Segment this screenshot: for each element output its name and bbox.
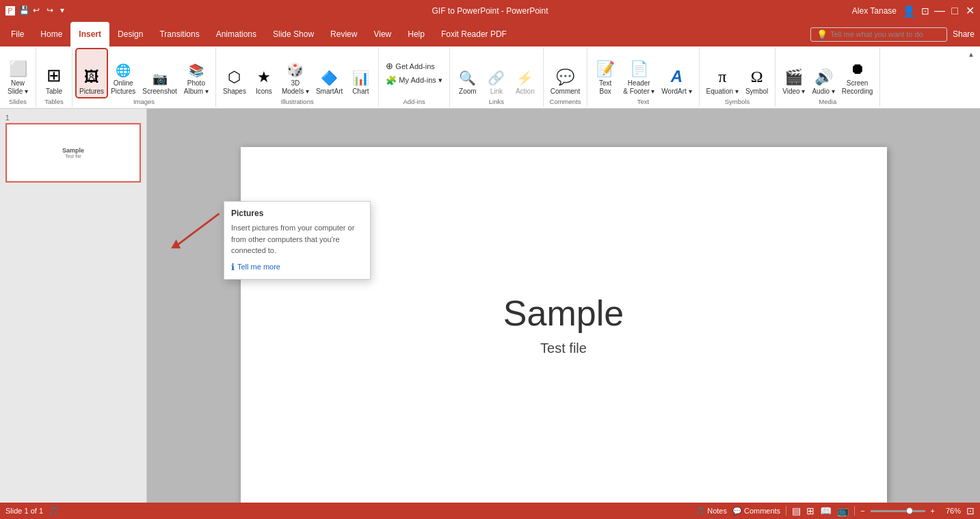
shapes-label: Shapes [223,88,246,96]
screen-recording-icon: ⏺ [850,60,865,78]
ribbon-display-icon[interactable]: ⊡ [921,5,929,16]
tables-group-label: Tables [44,98,63,105]
my-addins-button[interactable]: 🧩 My Add-ins ▾ [383,75,445,86]
smartart-button[interactable]: 🔷 SmartArt [313,49,345,97]
tab-animations[interactable]: Animations [208,22,265,46]
link-button[interactable]: 🔗 Link [483,49,510,97]
view-normal-btn[interactable]: ▤ [792,505,801,516]
zoom-in-btn[interactable]: + [931,507,935,515]
fit-slide-btn[interactable]: ⊡ [966,505,975,516]
tab-view[interactable]: View [365,22,399,46]
new-slide-button[interactable]: ⬜ NewSlide ▾ [4,49,31,97]
action-button[interactable]: ⚡ Action [512,49,539,97]
close-button[interactable]: ✕ [965,6,975,16]
search-lightbulb-icon: 💡 [817,29,827,40]
title-bar: 🅿 💾 ↩ ↪ ▾ GIF to PowerPoint - PowerPoint… [0,0,980,22]
shapes-button[interactable]: ⬡ Shapes [220,49,249,97]
comment-icon: 💬 [556,68,574,86]
group-text: 📝 TextBox 📄 Header& Footer ▾ A WordArt ▾… [587,48,699,107]
tab-help[interactable]: Help [399,22,433,46]
zoom-out-btn[interactable]: − [860,507,864,515]
share-button[interactable]: Share [953,29,975,39]
audio-button[interactable]: 🔊 Audio ▾ [809,49,837,97]
collapse-ribbon-button[interactable]: ▲ [965,49,977,59]
zoom-slider[interactable] [871,510,925,512]
images-group-label: Images [133,98,155,105]
tab-review[interactable]: Review [322,22,365,46]
online-pictures-button[interactable]: 🌐 OnlinePictures [108,49,138,97]
search-placeholder: Tell me what you want to do [830,30,923,38]
comment-button[interactable]: 💬 Comment [548,49,583,97]
group-slides: ⬜ NewSlide ▾ Slides [0,48,36,107]
tab-transitions[interactable]: Transitions [151,22,207,46]
symbol-button[interactable]: Ω Symbol [743,49,771,97]
icons-button[interactable]: ★ Icons [250,49,278,97]
customize-qat-icon[interactable]: ▾ [60,5,71,16]
get-addins-icon: ⊕ [386,61,393,71]
screen-recording-button[interactable]: ⏺ ScreenRecording [839,49,876,97]
header-footer-button[interactable]: 📄 Header& Footer ▾ [620,49,657,97]
tab-design[interactable]: Design [109,22,151,46]
save-icon[interactable]: 💾 [19,5,30,16]
svg-marker-1 [171,239,181,248]
chart-button[interactable]: 📊 Chart [347,49,374,97]
3d-models-label: 3DModels ▾ [282,79,309,96]
slide-count: Slide 1 of 1 [5,507,43,515]
text-box-button[interactable]: 📝 TextBox [592,49,619,97]
screenshot-button[interactable]: 📷 Screenshot [140,49,180,97]
link-label: Link [490,88,503,96]
audio-label: Audio ▾ [812,88,834,96]
tell-me-more-link[interactable]: ℹ Tell me more [231,262,363,272]
search-bar[interactable]: 💡 Tell me what you want to do [810,27,947,42]
zoom-button[interactable]: 🔍 Zoom [454,49,481,97]
table-icon: ⊞ [47,65,62,86]
3d-models-button[interactable]: 🎲 3DModels ▾ [279,49,312,97]
photo-album-button[interactable]: 📚 PhotoAlbum ▾ [181,49,211,97]
link-icon: 🔗 [488,70,505,86]
tooltip-link-text: Tell me more [237,263,280,271]
view-grid-btn[interactable]: ⊞ [806,505,815,516]
action-label: Action [516,88,535,96]
tab-foxit[interactable]: Foxit Reader PDF [433,22,515,46]
redo-icon[interactable]: ↪ [47,5,57,16]
wordart-button[interactable]: A WordArt ▾ [659,49,694,97]
symbol-label: Symbol [745,88,768,96]
undo-icon[interactable]: ↩ [33,5,44,16]
photo-album-icon: 📚 [189,63,204,78]
tooltip-description: Insert pictures from your computer or fr… [231,222,363,256]
equation-button[interactable]: π Equation ▾ [704,49,741,97]
smartart-label: SmartArt [316,88,343,96]
smartart-icon: 🔷 [321,70,338,86]
tab-insert[interactable]: Insert [70,22,109,46]
profile-icon[interactable]: 👤 [902,5,916,18]
tab-slideshow[interactable]: Slide Show [265,22,322,46]
minimize-button[interactable]: — [935,6,944,16]
comments-button[interactable]: 💬 Comments [732,507,780,516]
slide-thumbnail[interactable]: Sample Test file [5,123,141,183]
zoom-level[interactable]: 76% [940,507,961,515]
view-reading-btn[interactable]: 📖 [820,505,832,516]
zoom-slider-thumb[interactable] [906,507,913,514]
status-bar: Slide 1 of 1 🎵 🎵 Notes 💬 Comments ▤ ⊞ 📖 … [0,503,980,519]
main-area: 1 Sample Test file Pictures Insert pictu… [0,109,980,519]
pictures-label: Pictures [79,88,104,96]
group-symbols: π Equation ▾ Ω Symbol Symbols [700,48,776,107]
video-button[interactable]: 🎬 Video ▾ [780,49,808,97]
maximize-button[interactable]: □ [950,6,959,16]
pictures-button[interactable]: 🖼 Pictures [77,49,107,97]
tab-home[interactable]: Home [32,22,70,46]
online-pictures-label: OnlinePictures [111,79,135,96]
table-button[interactable]: ⊞ Table [40,49,68,97]
text-box-label: TextBox [599,79,611,96]
notes-button[interactable]: 🎵 Notes [696,507,727,516]
my-addins-label: My Add-ins ▾ [399,76,442,85]
tab-file[interactable]: File [3,22,32,46]
view-presenter-btn[interactable]: 📺 [837,505,849,516]
get-addins-button[interactable]: ⊕ Get Add-ins [383,60,437,72]
svg-line-0 [175,213,220,247]
comment-label: Comment [551,88,580,96]
slide-canvas: Sample Test file [241,147,887,503]
info-icon: ℹ [231,262,235,272]
group-illustrations: ⬡ Shapes ★ Icons 🎲 3DModels ▾ 🔷 SmartArt… [216,48,379,107]
comments-group-label: Comments [550,98,581,105]
